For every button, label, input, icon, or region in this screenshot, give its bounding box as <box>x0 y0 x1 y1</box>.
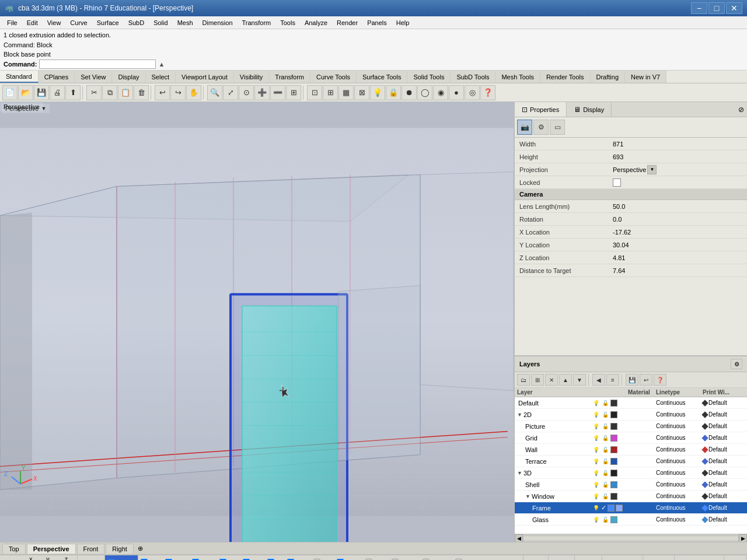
layer-lock-terrace[interactable]: 🔓 <box>601 457 609 466</box>
tab-display[interactable]: Display <box>112 71 145 83</box>
layer-row-default[interactable]: Default 💡 🔓 Continuous Default <box>515 397 747 409</box>
camera-icon-button[interactable]: 📷 <box>517 120 532 135</box>
layer-row-shell[interactable]: Shell 💡 🔓 Continuous Default <box>515 479 747 491</box>
layer-color-glass[interactable] <box>610 516 617 523</box>
layer-row-glass[interactable]: Glass 💡 🔓 Continuous Default <box>515 514 747 526</box>
open-button[interactable]: 📂 <box>18 85 33 100</box>
layer-lock-window[interactable]: 🔓 <box>601 492 609 501</box>
tab-cplanes[interactable]: CPlanes <box>39 71 75 83</box>
osnap-toggle[interactable]: 🔒 <box>386 85 401 100</box>
paste-button[interactable]: 📋 <box>118 85 133 100</box>
layer-lock-grid[interactable]: 🔓 <box>601 434 609 442</box>
maximize-button[interactable]: □ <box>708 2 725 14</box>
layer-lock-default[interactable]: 🔓 <box>601 399 609 407</box>
close-button[interactable]: ✕ <box>726 2 742 14</box>
tab-viewport-layout[interactable]: Viewport Layout <box>176 71 234 83</box>
tab-solid-tools[interactable]: Solid Tools <box>407 71 451 83</box>
tab-transform[interactable]: Transform <box>269 71 310 83</box>
layer-color-shell[interactable] <box>610 481 617 488</box>
tab-visibility[interactable]: Visibility <box>234 71 270 83</box>
pan-button[interactable]: ✋ <box>186 85 201 100</box>
rect-icon-button[interactable]: ▭ <box>550 120 565 135</box>
tab-mesh-tools[interactable]: Mesh Tools <box>495 71 540 83</box>
menu-mesh[interactable]: Mesh <box>173 18 198 27</box>
layer-row-3d[interactable]: ▼ 3D 💡 🔓 Continuous Default <box>515 467 747 479</box>
menu-file[interactable]: File <box>2 18 22 27</box>
tab-display-panel[interactable]: 🖥 Display <box>567 102 612 117</box>
layer-row-wall[interactable]: Wall 💡 🔓 Continuous Default <box>515 444 747 456</box>
menu-subd[interactable]: SubD <box>124 18 149 27</box>
tab-new-in-v7[interactable]: New in V7 <box>625 71 666 83</box>
zoom-out[interactable]: ➖ <box>270 85 285 100</box>
layer-lock-glass[interactable]: 🔓 <box>601 516 609 524</box>
menu-view[interactable]: View <box>43 18 66 27</box>
layer-visible-frame[interactable]: 💡 <box>592 504 600 512</box>
planar-button[interactable]: Planar <box>549 555 575 560</box>
layer-visible-default[interactable]: 💡 <box>592 399 600 407</box>
layer-lock-picture[interactable]: 🔓 <box>601 422 609 430</box>
tab-set-view[interactable]: Set View <box>75 71 112 83</box>
shaded[interactable]: ◉ <box>433 85 448 100</box>
layer-color-window[interactable] <box>610 493 617 500</box>
copy-button[interactable]: ⧉ <box>102 85 117 100</box>
record-history[interactable]: ⏺ <box>402 85 417 100</box>
col-print-width[interactable]: Print Wi... <box>700 389 747 396</box>
delete-button[interactable]: 🗑 <box>134 85 149 100</box>
tab-select[interactable]: Select <box>146 71 176 83</box>
ortho-button[interactable]: Ortho <box>523 555 549 560</box>
layer-visible-2d[interactable]: 💡 <box>592 411 600 419</box>
layer-lock-shell[interactable]: 🔓 <box>601 481 609 489</box>
layer-left-button[interactable]: ◀ <box>592 374 605 386</box>
record-history-button[interactable]: Record History <box>675 555 725 560</box>
layer-color-frame[interactable] <box>608 505 615 512</box>
redo-button[interactable]: ↪ <box>170 85 186 100</box>
layer-color-terrace[interactable] <box>610 458 617 465</box>
tab-curve-tools[interactable]: Curve Tools <box>310 71 357 83</box>
layer-color-grid[interactable] <box>610 435 617 442</box>
menu-edit[interactable]: Edit <box>22 18 43 27</box>
layer-lock-3d[interactable]: 🔓 <box>601 469 609 477</box>
add-viewport-button[interactable]: ⊕ <box>135 545 146 552</box>
command-input[interactable] <box>39 60 156 69</box>
tab-properties[interactable]: ⊡ Properties <box>515 102 567 117</box>
rendered[interactable]: ● <box>449 85 464 100</box>
layer-visible-wall[interactable]: 💡 <box>592 446 600 454</box>
layer-color-picture[interactable] <box>610 423 617 430</box>
ghosted[interactable]: ◎ <box>465 85 480 100</box>
layer-save-state-button[interactable]: 💾 <box>626 374 638 386</box>
titlebar-controls[interactable]: − □ ✕ <box>691 2 742 14</box>
lights[interactable]: 💡 <box>370 85 385 100</box>
layer-delete-button[interactable]: ✕ <box>545 374 558 386</box>
locked-checkbox[interactable] <box>613 178 621 187</box>
layer-expand-3d[interactable]: ▼ <box>517 470 522 476</box>
grid-snap-button[interactable]: Grid Snap <box>487 555 524 560</box>
layer-color-wall[interactable] <box>610 446 617 453</box>
tab-standard[interactable]: Standard <box>0 71 39 83</box>
layer-down-button[interactable]: ▼ <box>573 374 586 386</box>
layer-expand-window[interactable]: ▼ <box>525 494 530 499</box>
scroll-right-button[interactable]: ▶ <box>739 534 747 542</box>
layer-up-button[interactable]: ▲ <box>559 374 572 386</box>
layer-row-window[interactable]: ▼ Window 💡 🔓 Continuous Default <box>515 491 747 502</box>
viewport-grid[interactable]: ⊞ <box>286 85 301 100</box>
new-button[interactable]: 📄 <box>2 85 18 100</box>
viewport-container[interactable]: Perspective <box>0 102 514 542</box>
layer-expand-2d[interactable]: ▼ <box>517 412 522 418</box>
menu-panels[interactable]: Panels <box>362 18 392 27</box>
menu-solid[interactable]: Solid <box>149 18 172 27</box>
col-material[interactable]: Material <box>626 389 654 396</box>
tab-front[interactable]: Front <box>77 544 105 554</box>
scroll-track[interactable] <box>523 536 739 541</box>
scroll-left-button[interactable]: ◀ <box>515 534 523 542</box>
tab-perspective-bottom[interactable]: Perspective <box>27 544 76 554</box>
menu-analyze[interactable]: Analyze <box>300 18 332 27</box>
layer-color-default[interactable] <box>610 400 617 407</box>
gumball-button[interactable]: Gumball <box>643 555 675 560</box>
tab-top[interactable]: Top <box>2 544 26 554</box>
command-input-row[interactable]: Command: ▲ <box>4 60 743 69</box>
viewport-dropdown-arrow[interactable]: ▼ <box>41 106 46 111</box>
smarttrack-button[interactable]: SmartTrack <box>602 555 643 560</box>
layer-visible-grid[interactable]: 💡 <box>592 434 600 442</box>
tab-drafting[interactable]: Drafting <box>591 71 626 83</box>
layer-help-button[interactable]: ❓ <box>654 374 666 386</box>
